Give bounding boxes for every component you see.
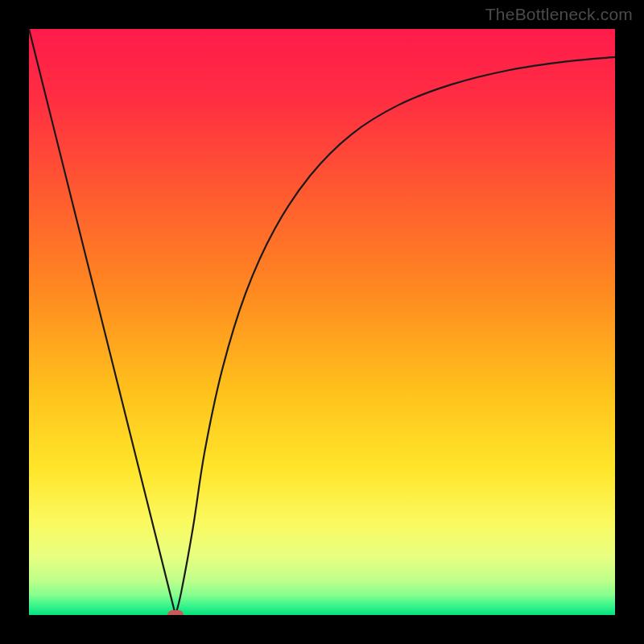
chart-frame: TheBottleneck.com: [0, 0, 644, 644]
plot-area: [29, 29, 615, 615]
bottleneck-curve: [29, 29, 615, 615]
optimal-point-marker: [167, 610, 184, 615]
watermark-text: TheBottleneck.com: [485, 5, 633, 24]
